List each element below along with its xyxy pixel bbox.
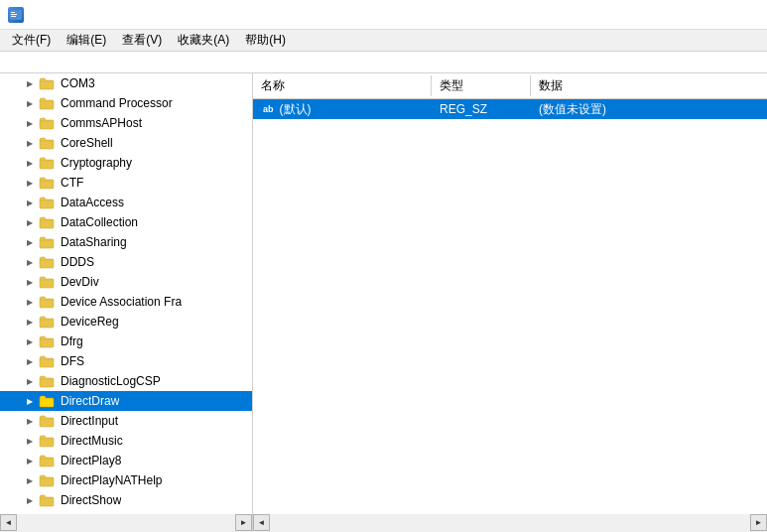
tree-item-label: DirectInput [61,414,118,428]
right-panel: 名称 类型 数据 ab(默认)REG_SZ(数值未设置) [253,73,767,514]
right-scroll-track[interactable] [270,514,750,532]
folder-icon [39,374,55,388]
menu-favorites[interactable]: 收藏夹(A) [170,30,237,51]
tree-item[interactable]: ▶ Device Association Fra [0,292,252,312]
tree-panel: ▶ COM3▶ Command Processor▶ CommsAPHost▶ … [0,73,253,514]
tree-scroll[interactable]: ▶ COM3▶ Command Processor▶ CommsAPHost▶ … [0,73,252,514]
tree-item-label: DevDiv [61,275,99,289]
expand-arrow-icon: ▶ [24,474,36,486]
tree-item-label: CTF [61,176,83,190]
folder-icon [39,76,55,90]
folder-icon [39,473,55,487]
svg-rect-3 [11,16,16,17]
expand-arrow-icon: ▶ [24,157,36,169]
menu-edit[interactable]: 编辑(E) [59,30,114,51]
folder-icon [39,295,55,309]
title-bar-left [8,7,30,23]
tree-item[interactable]: ▶ DevDiv [0,272,252,292]
expand-arrow-icon: ▶ [24,137,36,149]
tree-item-label: DirectPlay8 [61,454,121,467]
folder-icon [39,434,55,448]
scroll-left-button[interactable]: ◄ [0,514,17,531]
tree-item[interactable]: ▶ COM3 [0,73,252,93]
tree-item[interactable]: ▶ DataSharing [0,232,252,252]
tree-item[interactable]: ▶ DataCollection [0,212,252,232]
expand-arrow-icon: ▶ [24,97,36,109]
main-content: ▶ COM3▶ Command Processor▶ CommsAPHost▶ … [0,73,767,514]
tree-item-label: CoreShell [61,136,113,150]
title-bar [0,0,767,30]
menu-help[interactable]: 帮助(H) [237,30,294,51]
expand-arrow-icon: ▶ [24,395,36,407]
tree-item[interactable]: ▶ DirectPlayNATHelp [0,470,252,490]
tree-item-label: DDDS [61,255,94,269]
tree-item[interactable]: ▶ DirectMusic [0,431,252,451]
tree-item-label: Dfrg [61,334,83,348]
right-scroll-right-button[interactable]: ► [750,514,767,531]
tree-item-label: DirectMusic [61,434,123,448]
bottom-scrollbar-row: ◄ ► ◄ ► [0,514,767,532]
folder-icon [39,454,55,467]
folder-icon [39,156,55,170]
tree-item-label: DataCollection [61,215,138,229]
folder-icon [39,176,55,190]
expand-arrow-icon: ▶ [24,296,36,308]
minimize-button[interactable] [622,0,668,30]
right-scroll-left-button[interactable]: ◄ [253,514,270,531]
close-button[interactable] [713,0,759,30]
window-controls [622,0,759,30]
folder-icon [39,275,55,289]
tree-item[interactable]: ▶ DirectDraw [0,391,252,411]
scroll-right-button[interactable]: ► [235,514,252,531]
svg-rect-2 [11,14,17,15]
expand-arrow-icon: ▶ [24,177,36,189]
tree-item[interactable]: ▶ DeviceReg [0,312,252,332]
folder-icon [39,116,55,130]
tree-item-label: CommsAPHost [61,116,142,130]
expand-arrow-icon: ▶ [24,316,36,328]
tree-item[interactable]: ▶ DirectInput [0,411,252,431]
right-content: ab(默认)REG_SZ(数值未设置) [253,99,767,514]
folder-icon [39,414,55,428]
expand-arrow-icon: ▶ [24,355,36,367]
tree-item-label: DirectShow [61,493,121,507]
folder-icon [39,354,55,368]
column-header-data: 数据 [531,75,767,96]
maximize-button[interactable] [668,0,713,30]
app-icon [8,7,24,23]
tree-item[interactable]: ▶ Command Processor [0,93,252,113]
tree-item[interactable]: ▶ DFS [0,351,252,371]
folder-icon [39,255,55,269]
tree-item[interactable]: ▶ DiagnosticLogCSP [0,371,252,391]
column-header-type: 类型 [432,75,531,96]
tree-item-label: Device Association Fra [61,295,182,309]
menu-bar: 文件(F) 编辑(E) 查看(V) 收藏夹(A) 帮助(H) [0,30,767,52]
folder-icon [39,334,55,348]
tree-item[interactable]: ▶ DataAccess [0,193,252,212]
tree-item[interactable]: ▶ DirectPlay8 [0,451,252,470]
tree-item[interactable]: ▶ CTF [0,173,252,193]
tree-item[interactable]: ▶ CoreShell [0,133,252,153]
tree-item-label: DiagnosticLogCSP [61,374,161,388]
tree-item-label: DFS [61,354,84,368]
menu-view[interactable]: 查看(V) [114,30,170,51]
expand-arrow-icon: ▶ [24,77,36,89]
tree-item[interactable]: ▶ Cryptography [0,153,252,173]
menu-file[interactable]: 文件(F) [4,30,59,51]
folder-icon [39,136,55,150]
cell-data: (数值未设置) [531,101,767,118]
left-horizontal-scroll: ◄ ► [0,514,253,532]
folder-icon [39,315,55,329]
expand-arrow-icon: ▶ [24,256,36,268]
left-scroll-track[interactable] [17,514,235,532]
tree-item[interactable]: ▶ Dfrg [0,332,252,351]
expand-arrow-icon: ▶ [24,435,36,447]
cell-name: ab(默认) [253,101,432,118]
tree-item[interactable]: ▶ DDDS [0,252,252,272]
tree-item[interactable]: ▶ CommsAPHost [0,113,252,133]
tree-item[interactable]: ▶ DirectShow [0,490,252,510]
tree-item-label: Command Processor [61,96,173,110]
tree-item-label: DirectDraw [61,394,119,408]
cell-type: REG_SZ [432,102,531,116]
table-row[interactable]: ab(默认)REG_SZ(数值未设置) [253,99,767,119]
